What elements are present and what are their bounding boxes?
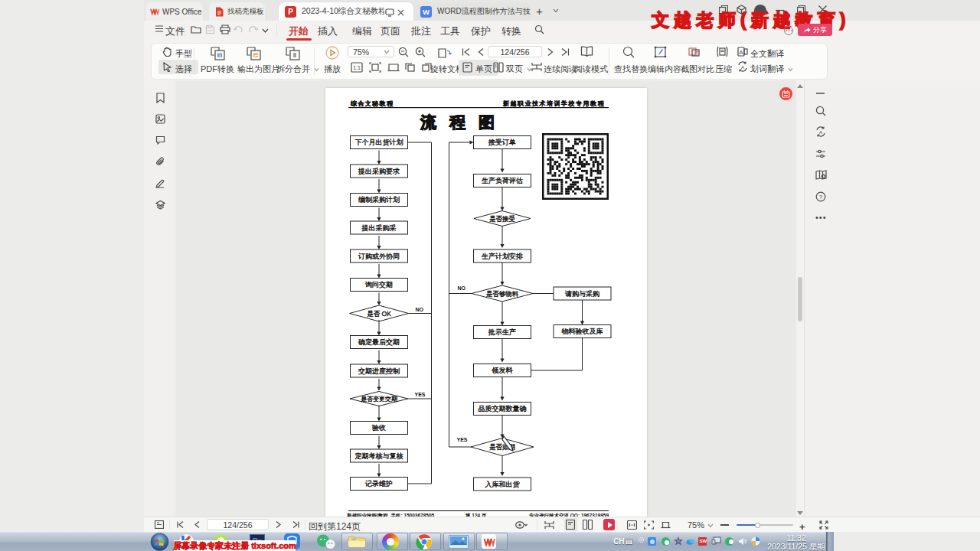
- svg-text:新越职业技术培训学校专用教程: 新越职业技术培训学校专用教程: [502, 99, 605, 107]
- svg-text:下个月出货计划: 下个月出货计划: [355, 139, 403, 146]
- svg-text:A: A: [741, 65, 744, 70]
- svg-text:YES: YES: [457, 437, 468, 442]
- svg-text:是否变更交期: 是否变更交期: [361, 396, 397, 403]
- svg-text:验收: 验收: [372, 424, 386, 432]
- svg-text:生产计划安排: 生产计划安排: [482, 253, 523, 260]
- svg-text:?: ?: [819, 194, 823, 201]
- svg-text:入库和出货: 入库和出货: [485, 481, 521, 488]
- svg-text:物料验收及库: 物料验收及库: [562, 328, 603, 335]
- svg-text:W: W: [423, 8, 430, 16]
- svg-text:品质交期数量确: 品质交期数量确: [479, 405, 527, 412]
- svg-text:是否接受: 是否接受: [489, 215, 515, 223]
- svg-text:编制采购计划: 编制采购计划: [358, 196, 400, 204]
- svg-text:订购或外协同: 订购或外协同: [358, 253, 400, 260]
- svg-text:A: A: [739, 49, 743, 56]
- svg-text:流程图: 流程图: [420, 113, 508, 131]
- svg-text:YES: YES: [415, 392, 426, 397]
- svg-text:提出采购要求: 提出采购要求: [358, 168, 400, 175]
- svg-text:批示生产: 批示生产: [488, 328, 516, 336]
- svg-text:A: A: [819, 130, 822, 135]
- svg-text:对: 对: [694, 50, 699, 55]
- svg-text:是否够物料: 是否够物料: [486, 290, 519, 298]
- svg-text:交期进度控制: 交期进度控制: [358, 367, 400, 375]
- svg-text:1:1: 1:1: [353, 65, 361, 70]
- svg-text:询问交期: 询问交期: [365, 281, 393, 289]
- svg-text:请购与采购: 请购与采购: [565, 290, 599, 298]
- svg-text:确定最后交期: 确定最后交期: [358, 338, 400, 346]
- svg-text:记录维护: 记录维护: [364, 480, 393, 487]
- svg-text:生产负荷评估: 生产负荷评估: [482, 177, 523, 184]
- svg-text:综合文秘教程: 综合文秘教程: [350, 100, 394, 107]
- svg-text:定期考核与复核: 定期考核与复核: [355, 452, 403, 460]
- svg-text:NO: NO: [416, 307, 424, 312]
- svg-text:领发料: 领发料: [492, 367, 513, 374]
- svg-text:提出采购采: 提出采购采: [361, 224, 397, 232]
- svg-text:是否 OK: 是否 OK: [367, 310, 391, 318]
- svg-text:NO: NO: [458, 285, 466, 291]
- svg-text:P: P: [288, 8, 293, 16]
- svg-text:接受订单: 接受订单: [488, 139, 516, 146]
